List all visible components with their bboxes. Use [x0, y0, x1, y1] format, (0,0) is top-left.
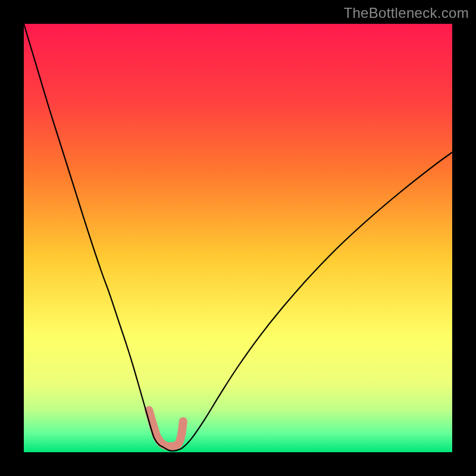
chart-svg [24, 24, 452, 452]
plot-area [24, 24, 452, 452]
watermark-text: TheBottleneck.com [343, 5, 469, 21]
chart-background [24, 24, 452, 452]
chart-frame: TheBottleneck.com [0, 0, 476, 476]
